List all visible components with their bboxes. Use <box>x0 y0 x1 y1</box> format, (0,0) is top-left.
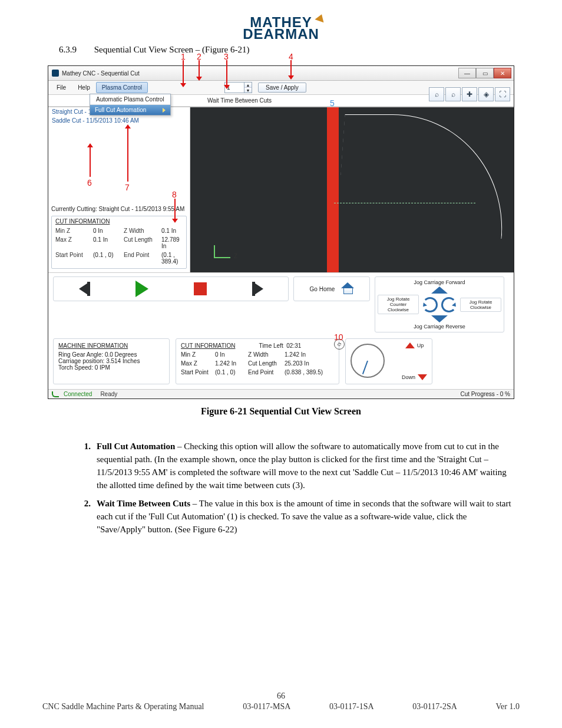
left-panel: Straight Cut - 11/5/2013 9:55 AM Saddle … <box>48 107 190 272</box>
rotate-view-icon[interactable]: ◈ <box>478 87 494 101</box>
next-button[interactable] <box>252 282 263 296</box>
value-sp2: (0.1 , 0) <box>215 369 244 375</box>
cut-info-title: CUT INFORMATION <box>52 216 186 226</box>
jog-forward-button[interactable] <box>431 286 448 294</box>
jog-rotate-ccw-button[interactable]: Jog Rotate Counter Clockwise <box>378 295 419 314</box>
jog-forward-label: Jog Carriage Forward <box>414 279 465 285</box>
brand-logo: MATHEY DEARMAN <box>42 17 520 41</box>
list-number-1: 1. <box>75 440 97 492</box>
wait-time-label: Wait Time Between Cuts <box>207 97 272 104</box>
axis-z-label: Z <box>234 253 237 259</box>
value-zwidth2: 1.242 In <box>285 351 334 358</box>
fullscreen-icon[interactable]: ⛶ <box>495 87 510 101</box>
value-min-z: 0 In <box>93 228 120 234</box>
status-progress: Cut Progress - 0 % <box>461 391 510 397</box>
cut-information-bottom-panel: CUT INFORMATION Time Left 02:31 Min Z 0 … <box>176 338 339 384</box>
down-arrow-icon <box>418 374 427 380</box>
pan-icon[interactable]: ✚ <box>462 87 477 101</box>
speed-dial-panel: ⏱ Up Down <box>345 338 432 384</box>
value-end-point: (0.1 , 389.4) <box>161 252 183 265</box>
currently-cutting-label: Currently Cutting: Straight Cut - 11/5/2… <box>48 204 190 215</box>
connection-icon <box>52 391 59 397</box>
footer-doc1: 03-0117-MSA <box>243 702 290 711</box>
section-heading: 6.3.9 Sequential Cut View Screen – (Figu… <box>59 45 520 55</box>
section-title: Sequential Cut View Screen – (Figure 6-2… <box>94 45 250 54</box>
label-sp2: Start Point <box>181 369 211 375</box>
jog-rotate-cw-button[interactable]: Jog Rotate Clockwise <box>460 298 501 312</box>
spinner-down-icon[interactable]: ▼ <box>244 88 252 93</box>
view-toolbar: ⌕ ⌕ ✚ ◈ ⛶ <box>429 87 510 101</box>
prev-button[interactable] <box>79 282 90 296</box>
wait-time-spinner[interactable]: ▲ ▼ <box>224 82 252 93</box>
cut-list-item[interactable]: Saddle Cut - 11/5/2013 10:46 AM <box>48 116 190 125</box>
status-bar: Connected Ready Cut Progress - 0 % <box>48 389 514 398</box>
reference-line <box>334 203 475 204</box>
go-home-panel[interactable]: Go Home <box>293 276 370 301</box>
label-z-width: Z Width <box>124 228 158 234</box>
label-zwidth2: Z Width <box>248 351 281 358</box>
jog-reverse-label: Jog Carriage Reverse <box>414 324 465 330</box>
cut-information-side-panel: CUT INFORMATION Min Z 0 In Z Width 0.1 I… <box>51 216 187 269</box>
timer-icon: ⏱ <box>334 339 345 350</box>
label-max-z: Max Z <box>55 236 90 249</box>
cut-info-bottom-title: CUT INFORMATION <box>181 342 235 349</box>
speed-dial[interactable] <box>351 344 385 378</box>
axis-indicator: Z <box>214 243 234 258</box>
menu-plasma-control[interactable]: Plasma Control <box>96 82 148 93</box>
value-cut-length: 12.789 In <box>161 236 183 249</box>
play-button[interactable] <box>135 281 148 297</box>
value-cutlen2: 25.203 In <box>285 360 334 367</box>
label-ep2: End Point <box>248 369 281 375</box>
dial-down-button[interactable]: Down <box>402 374 427 380</box>
wait-time-input[interactable] <box>225 84 244 91</box>
description-list: 1. Full Cut Automation – Checking this o… <box>75 440 514 536</box>
app-icon <box>52 70 59 77</box>
page-footer: 66 CNC Saddle Machine Parts & Operating … <box>0 691 562 711</box>
zoom-out-icon[interactable]: ⌕ <box>429 87 444 101</box>
rotate-ccw-icon <box>422 297 438 312</box>
list-number-2: 2. <box>75 498 97 536</box>
minimize-button[interactable]: — <box>458 68 476 78</box>
footer-doc2: 03-0117-1SA <box>329 702 374 711</box>
list-text-1: Full Cut Automation – Checking this opti… <box>97 440 514 492</box>
cut-path-highlight <box>327 107 339 272</box>
status-ready: Ready <box>100 391 117 397</box>
full-cut-automation-item[interactable]: Full Cut Automation <box>90 105 170 115</box>
torch-speed: Torch Speed: 0 IPM <box>58 364 164 371</box>
stop-button[interactable] <box>194 282 207 295</box>
window-title: Mathey CNC - Sequential Cut <box>62 70 140 77</box>
zoom-in-icon[interactable]: ⌕ <box>445 87 461 101</box>
jog-panel: Jog Carriage Forward Jog Rotate Counter … <box>375 276 504 332</box>
logo-line2: DEARMAN <box>243 28 319 40</box>
carriage-position: Carriage position: 3.514 Inches <box>58 358 164 364</box>
preview-canvas[interactable]: Z <box>190 107 514 272</box>
label-min-z: Min Z <box>55 228 90 234</box>
dial-up-button[interactable]: Up <box>405 342 424 348</box>
chevron-right-icon <box>163 108 166 113</box>
close-button[interactable]: ✕ <box>494 68 511 78</box>
label-end-point: End Point <box>124 252 158 265</box>
dropdown-header: Automatic Plasma Control <box>90 94 170 105</box>
machine-information-panel: MACHINE INFORMATION Ring Gear Angle: 0.0… <box>53 338 170 384</box>
go-home-label: Go Home <box>310 286 335 292</box>
transport-panel <box>53 276 289 301</box>
menu-help[interactable]: Help <box>72 82 96 93</box>
plasma-control-dropdown: Automatic Plasma Control Full Cut Automa… <box>90 94 171 116</box>
maximize-button[interactable]: ▭ <box>476 68 494 78</box>
screenshot-window: 1 2 3 4 5 6 7 8 10 Ma <box>48 65 514 399</box>
home-icon <box>342 284 353 294</box>
label-cut-length: Cut Length <box>124 236 158 249</box>
jog-reverse-button[interactable] <box>431 315 448 322</box>
value-time-left: 02:31 <box>286 342 301 349</box>
value-ep2: (0.838 , 389.5) <box>285 369 334 375</box>
save-apply-button[interactable]: Save / Apply <box>258 83 306 93</box>
value-start-point: (0.1 , 0) <box>93 252 120 265</box>
rotate-cw-icon <box>441 297 457 312</box>
list-text-2: Wait Time Between Cuts – The value in th… <box>97 498 514 536</box>
ring-gear-angle: Ring Gear Angle: 0.0 Degrees <box>58 351 164 358</box>
menu-file[interactable]: File <box>51 82 72 93</box>
label-max-z2: Max Z <box>181 360 211 367</box>
page-number: 66 <box>0 691 562 701</box>
spinner-up-icon[interactable]: ▲ <box>244 83 252 88</box>
footer-doc3: 03-0117-2SA <box>412 702 457 711</box>
